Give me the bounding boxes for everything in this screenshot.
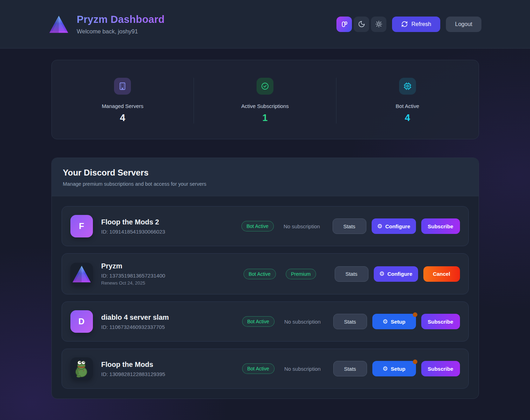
server-avatar: F: [70, 215, 93, 237]
brand: Pryzm Dashboard Welcome back, joshy91: [49, 14, 165, 35]
pepe-frog-avatar-icon: [72, 359, 91, 378]
notification-dot: [413, 312, 417, 317]
moon-icon: [358, 20, 365, 28]
servers-header: Your Discord Servers Manage premium subs…: [52, 158, 479, 196]
stats-button[interactable]: Stats: [333, 218, 366, 234]
stats-button[interactable]: Stats: [333, 314, 367, 329]
page-title: Pryzm Dashboard: [77, 14, 165, 25]
servers-card: Your Discord Servers Manage premium subs…: [51, 158, 479, 399]
gear-icon: ⚙: [383, 319, 388, 325]
subscribe-button[interactable]: Subscribe: [421, 314, 460, 329]
server-avatar: D: [70, 310, 93, 333]
renewal-date: Renews Oct 24, 2025: [101, 280, 244, 286]
cpu-icon: [403, 82, 412, 90]
gear-icon: ⚙: [377, 223, 382, 229]
server-avatar: [70, 357, 93, 380]
bot-active-badge: Bot Active: [244, 269, 276, 279]
premium-badge: Premium: [286, 269, 316, 279]
stat-active-subscriptions: Active Subscriptions 1: [194, 78, 336, 123]
gear-icon: ⚙: [383, 366, 388, 372]
configure-label: Configure: [387, 271, 412, 277]
refresh-icon: [401, 21, 408, 27]
server-status: Bot Active No subscription: [242, 363, 333, 374]
server-id: ID: 1106732460932337705: [101, 324, 242, 330]
notification-dot: [413, 359, 417, 364]
stat-label: Managed Servers: [52, 103, 194, 109]
server-row-pryzm: Pryzm ID: 1373519813657231400 Renews Oct…: [62, 253, 469, 294]
pryzm-logo-icon: [49, 15, 69, 34]
pryzm-logo-icon: [72, 265, 92, 283]
server-row-floop-the-mods-2: F Floop the Mods 2 ID: 10914185419300660…: [62, 206, 469, 246]
bot-active-badge: Bot Active: [241, 221, 274, 231]
panels-icon: [340, 20, 348, 28]
subscription-status: No subscription: [284, 223, 320, 229]
stat-bot-active: Bot Active 4: [336, 78, 479, 123]
server-status: Bot Active No subscription: [242, 316, 333, 327]
brand-text: Pryzm Dashboard Welcome back, joshy91: [77, 14, 165, 35]
welcome-text: Welcome back, joshy91: [77, 28, 165, 35]
bot-active-badge: Bot Active: [242, 316, 275, 327]
subscribe-button[interactable]: Subscribe: [421, 218, 460, 234]
server-info: diablo 4 server slam ID: 110673246093233…: [101, 313, 242, 330]
logout-button[interactable]: Logout: [446, 17, 481, 32]
server-actions: Stats ⚙ Setup Subscribe: [333, 361, 460, 376]
setup-button[interactable]: ⚙ Setup: [372, 361, 416, 376]
stat-label: Active Subscriptions: [194, 103, 336, 109]
stats-button[interactable]: Stats: [333, 361, 367, 376]
server-actions: Stats ⚙ Configure Subscribe: [333, 218, 460, 234]
setup-button[interactable]: ⚙ Setup: [372, 314, 416, 329]
logout-label: Logout: [455, 21, 472, 27]
dark-mode-button[interactable]: [354, 17, 369, 32]
stat-icon-tile: [114, 78, 131, 95]
bot-active-badge: Bot Active: [242, 363, 275, 374]
server-info: Floop the Mods ID: 1309828122883129395: [101, 361, 242, 377]
refresh-button[interactable]: Refresh: [392, 17, 440, 32]
server-info: Pryzm ID: 1373519813657231400 Renews Oct…: [101, 262, 244, 286]
refresh-label: Refresh: [411, 21, 431, 27]
theme-toggle-group: [336, 17, 386, 32]
header-actions: Refresh Logout: [336, 17, 481, 32]
server-row-floop-the-mods: Floop the Mods ID: 1309828122883129395 B…: [62, 349, 469, 389]
stats-card: Managed Servers 4 Active Subscriptions 1…: [51, 60, 479, 139]
configure-button[interactable]: ⚙ Configure: [372, 218, 416, 234]
server-id: ID: 1373519813657231400: [101, 273, 244, 279]
stat-value: 4: [336, 113, 479, 123]
server-name: Floop the Mods 2: [101, 218, 241, 226]
subscription-status: No subscription: [284, 366, 321, 372]
configure-button[interactable]: ⚙ Configure: [374, 266, 418, 282]
setup-label: Setup: [391, 366, 405, 372]
server-avatar: [70, 263, 93, 285]
gear-icon: ⚙: [379, 271, 384, 277]
server-actions: Stats ⚙ Configure Cancel: [335, 266, 460, 282]
theme-system-button[interactable]: [336, 17, 352, 32]
stat-value: 1: [194, 113, 336, 123]
server-name: Pryzm: [101, 262, 244, 270]
stat-label: Bot Active: [336, 103, 479, 109]
stat-value: 4: [52, 113, 194, 123]
server-row-diablo-4-server-slam: D diablo 4 server slam ID: 1106732460932…: [62, 301, 469, 342]
server-id: ID: 1091418541930066023: [101, 229, 241, 235]
server-name: diablo 4 server slam: [101, 313, 242, 322]
server-list: F Floop the Mods 2 ID: 10914185419300660…: [52, 196, 479, 399]
server-info: Floop the Mods 2 ID: 1091418541930066023: [101, 218, 241, 235]
server-status: Bot Active Premium: [244, 269, 335, 279]
server-id: ID: 1309828122883129395: [101, 371, 242, 377]
server-status: Bot Active No subscription: [241, 221, 333, 231]
server-name: Floop the Mods: [101, 361, 242, 369]
configure-label: Configure: [385, 223, 410, 229]
subscription-status: No subscription: [284, 319, 321, 325]
stat-icon-tile: [257, 78, 273, 95]
cancel-button[interactable]: Cancel: [423, 266, 460, 282]
server-actions: Stats ⚙ Setup Subscribe: [333, 314, 460, 329]
building-icon: [118, 82, 127, 90]
app-header: Pryzm Dashboard Welcome back, joshy91: [0, 0, 530, 49]
light-mode-button[interactable]: [371, 17, 386, 32]
stat-icon-tile: [399, 78, 416, 95]
sun-icon: [375, 20, 383, 28]
stat-managed-servers: Managed Servers 4: [52, 78, 194, 123]
stats-button[interactable]: Stats: [335, 266, 368, 282]
section-subtitle: Manage premium subscriptions and bot acc…: [63, 181, 467, 187]
setup-label: Setup: [391, 319, 405, 325]
check-circle-icon: [261, 82, 269, 90]
subscribe-button[interactable]: Subscribe: [421, 361, 460, 376]
